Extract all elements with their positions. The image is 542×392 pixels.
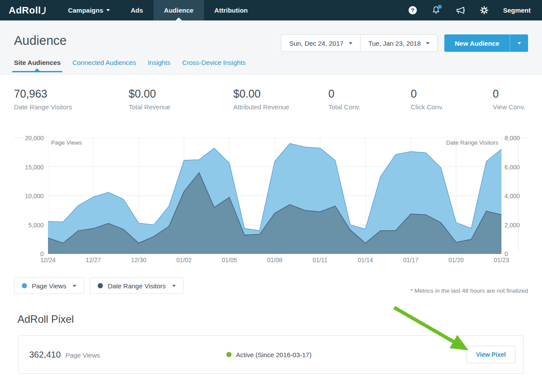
gear-icon[interactable] [480,6,488,14]
adroll-logo-text: AdRoll [9,5,41,16]
axis-tick-label: 01/05 [222,257,237,264]
status-active-dot-icon [226,352,232,357]
pixel-status: Active (Since 2016-03-17) [226,351,467,358]
axis-tick-label: 12/24 [40,257,55,264]
nav-item-campaigns[interactable]: Campaigns [58,0,120,20]
megaphone-icon[interactable] [455,6,465,15]
chart-legend-row: Page Views Date Range Visitors * Metrics… [14,277,528,294]
legend-date-range-visitors-dropdown[interactable]: Date Range Visitors [90,277,184,294]
legend-page-views-dropdown[interactable]: Page Views [14,277,84,294]
axis-tick-label: 01/23 [494,257,509,264]
axis-tick-label: 4,000 [505,193,520,199]
chevron-down-icon [106,9,110,11]
stat-total-conv: 0 Total Conv. [328,88,411,111]
segment-menu[interactable]: Segment [503,7,531,14]
left-axis-title: Page Views [51,139,82,146]
nav-item-attribution[interactable]: Attribution [204,0,259,20]
new-audience-dropdown-toggle[interactable] [510,34,528,52]
chevron-down-icon [172,285,176,287]
axis-tick-label: 12/30 [131,257,146,264]
chevron-down-icon [518,42,521,44]
chart-plot-area: Page Views Date Range Visitors [48,138,501,254]
axis-tick-label: 10,000 [25,193,44,199]
tab-insights[interactable]: Insights [148,59,170,72]
help-icon[interactable]: ? [409,6,417,14]
axis-tick-label: 01/02 [176,257,191,264]
chart-plot-row: 20,00015,00010,0005,0000 Page Views Date… [14,138,528,254]
tab-connected-audiences[interactable]: Connected Audiences [72,59,136,72]
nav-utilities: ? [409,0,542,20]
pixel-page-views: 362,410 Page Views [29,350,226,360]
adroll-pixel-section: AdRoll Pixel 362,410 Page Views Active (… [0,313,542,374]
right-y-axis: 8,0006,0004,0002,0000 [501,138,528,254]
chart-outer-border [518,138,519,254]
end-date-dropdown[interactable]: Tue, Jan 23, 2018 [360,35,437,51]
axis-tick-label: 01/20 [448,257,464,264]
axis-tick-label: 01/17 [403,257,418,264]
top-nav: AdRoll Campaigns Ads Audience Attributio… [0,0,542,20]
tab-site-audiences[interactable]: Site Audiences [14,59,61,72]
summary-stats: 70,963 Date Range Visitors $0.00 Total R… [14,88,528,111]
pixel-section-heading: AdRoll Pixel [17,313,524,325]
axis-tick-label: 15,000 [25,164,44,171]
x-axis-labels: 12/2412/2712/3001/0201/0501/0801/1101/14… [48,257,501,265]
adroll-logo[interactable]: AdRoll [0,0,58,20]
axis-tick-label: 6,000 [505,164,520,171]
chevron-down-icon [426,42,430,44]
page-views-dot-icon [22,283,27,288]
view-pixel-button[interactable]: View Pixel [467,346,515,363]
audience-tabs: Site Audiences Connected Audiences Insig… [14,59,528,72]
adroll-logo-hook-icon [41,7,46,15]
tab-cross-device-insights[interactable]: Cross-Device Insights [182,59,246,72]
axis-tick-label: 20,000 [25,135,44,142]
stat-attributed-revenue: $0.00 Attributed Revenue [233,88,328,111]
date-range-visitors-dot-icon [98,283,103,288]
notification-badge [438,5,442,9]
pixel-page-views-label: Page Views [65,351,100,359]
new-audience-button[interactable]: New Audience [444,34,510,52]
stat-view-conv: 0 View Conv. [493,88,528,111]
area-chart-svg [48,138,501,254]
main-content: 70,963 Date Range Visitors $0.00 Total R… [0,88,542,294]
left-y-axis: 20,00015,00010,0005,0000 [14,138,48,254]
pixel-page-views-value: 362,410 [29,350,61,360]
chevron-down-icon [73,285,76,287]
stat-click-conv: 0 Click Conv. [411,88,493,111]
traffic-chart: 20,00015,00010,0005,0000 Page Views Date… [14,138,528,294]
metrics-footnote: * Metrics in the last 48 hours are not f… [411,278,528,294]
axis-tick-label: 2,000 [505,222,520,229]
header-controls: Sun, Dec 24, 2017 Tue, Jan 23, 2018 New … [281,34,528,52]
axis-tick-label: 5,000 [28,222,44,229]
main-menu: Campaigns Ads Audience Attribution [58,0,258,20]
axis-tick-label: 01/08 [267,257,282,264]
stat-date-range-visitors: 70,963 Date Range Visitors [14,88,129,111]
pixel-status-text: Active (Since 2016-03-17) [236,351,311,358]
axis-tick-label: 12/27 [85,257,101,264]
bell-icon[interactable] [432,6,440,15]
nav-item-audience[interactable]: Audience [153,0,204,20]
nav-item-ads[interactable]: Ads [120,0,153,20]
axis-tick-label: 01/14 [358,257,373,264]
chevron-down-icon [349,42,352,44]
stat-total-revenue: $0.00 Total Revenue [129,88,233,111]
right-axis-title: Date Range Visitors [446,139,498,146]
new-audience-split-button: New Audience [444,34,528,52]
date-range-picker: Sun, Dec 24, 2017 Tue, Jan 23, 2018 [281,34,438,52]
axis-tick-label: 8,000 [505,135,520,142]
page-header: Audience Sun, Dec 24, 2017 Tue, Jan 23, … [0,20,542,74]
pixel-card: 362,410 Page Views Active (Since 2016-03… [18,335,524,374]
start-date-dropdown[interactable]: Sun, Dec 24, 2017 [281,35,360,51]
axis-tick-label: 01/11 [313,257,327,264]
